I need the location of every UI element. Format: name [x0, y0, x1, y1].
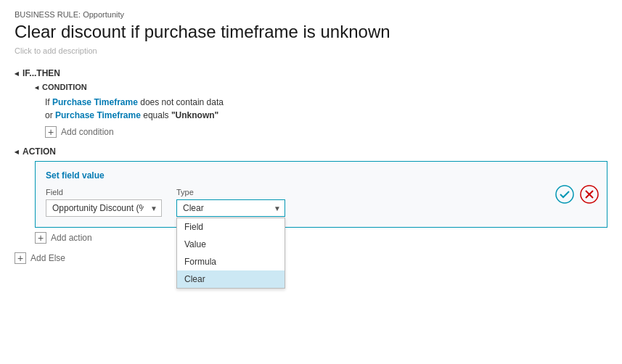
- confirm-button[interactable]: [555, 184, 575, 204]
- action-caret: ◂: [15, 147, 19, 157]
- add-condition-icon: +: [45, 126, 57, 138]
- cancel-icon: [580, 185, 599, 204]
- dropdown-item-value[interactable]: Value: [177, 236, 285, 253]
- type-input[interactable]: [176, 199, 285, 217]
- add-action-icon: +: [35, 232, 46, 244]
- condition-keyword-2: or: [45, 110, 55, 120]
- condition-line-2: or Purchase Timeframe equals "Unknown": [45, 110, 607, 120]
- condition-field-1: Purchase Timeframe: [52, 97, 138, 107]
- condition-line-1: If Purchase Timeframe does not contain d…: [45, 97, 607, 107]
- breadcrumb: BUSINESS RULE: Opportunity: [15, 10, 607, 19]
- action-label: ACTION: [22, 146, 56, 157]
- add-condition[interactable]: + Add condition: [45, 126, 607, 138]
- condition-caret: ◂: [35, 83, 38, 91]
- field-select[interactable]: Opportunity Discount (%): [46, 199, 162, 217]
- type-label: Type: [176, 188, 285, 197]
- add-action[interactable]: + Add action: [35, 232, 607, 244]
- page-title: Clear discount if purchase timeframe is …: [15, 22, 607, 42]
- add-action-label: Add action: [51, 233, 92, 243]
- svg-point-0: [556, 186, 573, 203]
- action-block: Set field value Field Opportunity Discou…: [35, 161, 607, 244]
- if-then-section-header[interactable]: ◂ IF...THEN: [15, 68, 607, 78]
- type-input-wrapper: ▼ Field Value Formula Clear: [176, 199, 285, 217]
- if-then-caret: ◂: [15, 69, 19, 78]
- field-label: Field: [46, 188, 162, 197]
- if-then-label: IF...THEN: [22, 68, 60, 78]
- add-else-icon: +: [15, 252, 26, 264]
- dropdown-item-field[interactable]: Field: [177, 218, 285, 236]
- add-else-label: Add Else: [30, 253, 65, 263]
- action-section-header[interactable]: ◂ ACTION: [15, 146, 607, 157]
- card-actions: [555, 184, 600, 204]
- description-placeholder[interactable]: Click to add description: [15, 46, 607, 55]
- dropdown-item-formula[interactable]: Formula: [177, 253, 285, 270]
- field-col: Field Opportunity Discount (%) ▼: [46, 188, 162, 217]
- condition-operator-1: does not contain data: [140, 97, 224, 107]
- field-select-wrapper: Opportunity Discount (%) ▼: [46, 199, 162, 217]
- condition-block: ◂ CONDITION If Purchase Timeframe does n…: [35, 83, 607, 138]
- condition-value-2: "Unknown": [171, 110, 218, 120]
- add-condition-label: Add condition: [61, 127, 114, 137]
- condition-section-header[interactable]: ◂ CONDITION: [35, 83, 607, 91]
- field-row: Field Opportunity Discount (%) ▼ Type: [46, 188, 597, 217]
- action-section: ◂ ACTION Set field value Field Opportuni…: [15, 146, 607, 244]
- condition-keyword-1: If: [45, 97, 52, 107]
- condition-label: CONDITION: [42, 83, 87, 91]
- condition-operator-2: equals: [143, 110, 171, 120]
- condition-field-2: Purchase Timeframe: [55, 110, 141, 120]
- add-else[interactable]: + Add Else: [15, 252, 607, 264]
- dropdown-item-clear[interactable]: Clear: [177, 270, 285, 288]
- cancel-button[interactable]: [579, 184, 600, 204]
- set-field-title: Set field value: [46, 170, 597, 181]
- type-dropdown-menu: Field Value Formula Clear: [176, 218, 285, 289]
- type-col: Type ▼ Field Value Formula Clear: [176, 188, 285, 217]
- set-field-card: Set field value Field Opportunity Discou…: [35, 161, 607, 228]
- page-container: BUSINESS RULE: Opportunity Clear discoun…: [0, 0, 622, 278]
- confirm-icon: [555, 185, 574, 204]
